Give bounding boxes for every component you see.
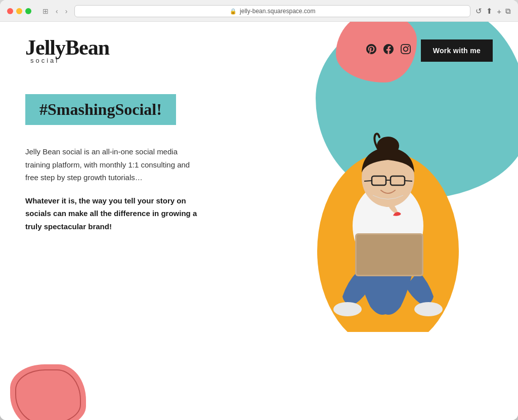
hero-illustration (289, 84, 482, 332)
svg-rect-4 (337, 304, 358, 311)
svg-rect-7 (357, 235, 422, 275)
social-icons (366, 44, 411, 57)
hashtag-badge: #SmashingSocial! (25, 94, 176, 125)
browser-chrome: ⊞ ‹ › 🔒 jelly-bean.squarespace.com ↺ ⬆ +… (0, 0, 518, 22)
duplicate-button[interactable]: ⧉ (505, 7, 511, 16)
logo-script-text: JellyBean (25, 37, 109, 58)
hero-body-text: Jelly Bean social is an all-in-one socia… (25, 145, 197, 184)
url-text: jelly-bean.squarespace.com (240, 8, 315, 15)
close-button[interactable] (7, 8, 13, 14)
browser-nav-controls: ⊞ ‹ › (40, 6, 69, 16)
back-button[interactable]: ‹ (54, 6, 60, 16)
pinterest-icon[interactable] (366, 44, 376, 57)
svg-rect-5 (418, 304, 439, 311)
left-column: #SmashingSocial! Jelly Bean social is an… (25, 84, 258, 332)
right-column (278, 84, 493, 332)
work-with-me-button[interactable]: Work with me (421, 39, 493, 62)
logo[interactable]: JellyBean social (25, 37, 109, 64)
share-button[interactable]: ⬆ (486, 7, 493, 16)
new-tab-button[interactable]: + (497, 7, 501, 16)
main-content: #SmashingSocial! Jelly Bean social is an… (0, 74, 518, 347)
instagram-icon[interactable] (401, 44, 411, 57)
address-bar[interactable]: 🔒 jelly-bean.squarespace.com (74, 5, 470, 17)
traffic-lights (7, 8, 31, 14)
hashtag-text: #SmashingSocial! (39, 100, 162, 118)
page-content: JellyBean social (0, 22, 518, 420)
svg-line-14 (364, 181, 372, 181)
maximize-button[interactable] (25, 8, 31, 14)
browser-actions: ↺ ⬆ + ⧉ (476, 7, 511, 16)
forward-button[interactable]: › (63, 6, 70, 16)
svg-point-10 (377, 137, 399, 155)
hero-bold-text: Whatever it is, the way you tell your st… (25, 194, 197, 233)
reload-button[interactable]: ↺ (476, 7, 482, 16)
lock-icon: 🔒 (230, 8, 237, 15)
sidebar-toggle[interactable]: ⊞ (40, 6, 51, 16)
logo-subtext: social (30, 57, 109, 64)
pink-blob-bottom-outline (15, 369, 81, 420)
navigation: JellyBean social (0, 22, 518, 74)
svg-line-15 (405, 181, 412, 181)
nav-right: Work with me (366, 39, 493, 62)
browser-window: ⊞ ‹ › 🔒 jelly-bean.squarespace.com ↺ ⬆ +… (0, 0, 518, 420)
minimize-button[interactable] (16, 8, 22, 14)
facebook-icon[interactable] (383, 44, 394, 57)
